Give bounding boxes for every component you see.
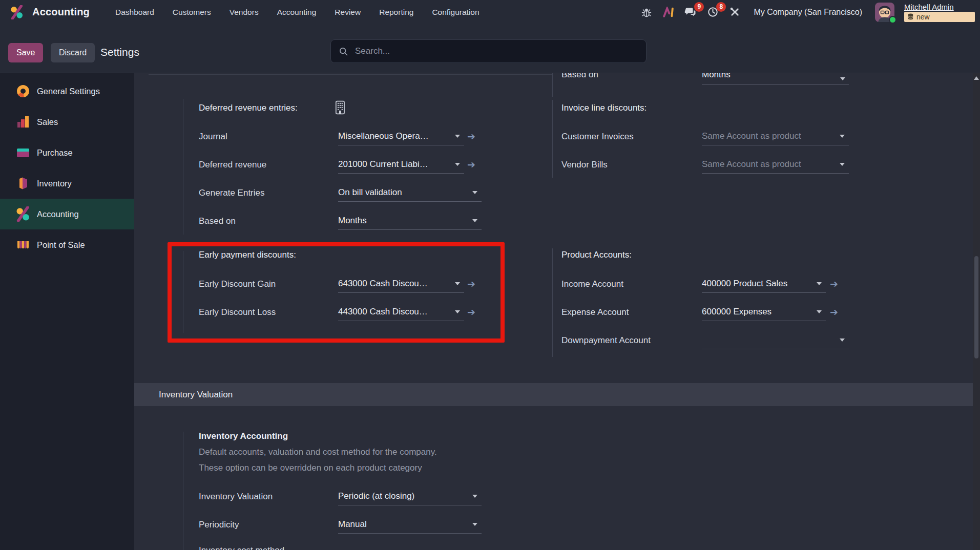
scrollbar-track[interactable] <box>973 73 980 550</box>
chevron-down-icon[interactable] <box>472 495 477 498</box>
menu-configuration[interactable]: Configuration <box>432 8 479 17</box>
inventory-accounting-desc-1: Default accounts, valuation and cost met… <box>199 446 437 458</box>
user-menu[interactable]: Mitchell Admin new <box>904 3 975 22</box>
product-accounts-heading: Product Accounts: <box>561 249 632 261</box>
sidebar-item-label: Point of Sale <box>37 240 85 250</box>
field-label: Vendor Bills <box>561 159 608 171</box>
online-status-dot <box>889 16 896 24</box>
field-label: Income Account <box>561 278 623 290</box>
chevron-down-icon[interactable] <box>817 282 822 285</box>
generate-entries-row: Generate Entries On bill validation <box>134 187 973 199</box>
sidebar-item-label: Accounting <box>37 209 79 219</box>
purchase-icon <box>15 145 31 160</box>
partial-row-label: Based on <box>561 73 674 81</box>
field-label: Based on <box>199 215 236 227</box>
chevron-down-icon[interactable] <box>840 135 845 138</box>
internal-link-arrow-icon[interactable]: ➔ <box>830 278 838 290</box>
messages-icon[interactable]: 9 <box>684 6 697 18</box>
sidebar-item-label: Inventory <box>37 179 72 188</box>
menu-customers[interactable]: Customers <box>173 8 211 17</box>
menu-vendors[interactable]: Vendors <box>230 8 259 17</box>
activities-badge: 8 <box>716 2 726 12</box>
chevron-down-icon[interactable] <box>840 163 845 166</box>
company-switcher[interactable]: My Company (San Francisco) <box>754 8 862 17</box>
sidebar-item-sales[interactable]: Sales <box>0 107 134 137</box>
setting-block-border <box>183 251 183 333</box>
chevron-down-icon[interactable] <box>840 339 845 342</box>
debug-bug-icon[interactable] <box>640 6 653 18</box>
inventory-accounting-heading: Inventory Accounting <box>199 430 288 442</box>
top-nav: Accounting Dashboard Customers Vendors A… <box>0 0 980 24</box>
field-label: Periodicity <box>199 519 239 531</box>
internal-link-arrow-icon[interactable]: ➔ <box>830 306 838 319</box>
field-label: Expense Account <box>561 306 629 319</box>
menu-review[interactable]: Review <box>335 8 361 17</box>
user-name[interactable]: Mitchell Admin <box>904 3 954 11</box>
periodicity-field[interactable]: Manual <box>338 518 482 534</box>
scrollbar-thumb[interactable] <box>974 256 978 358</box>
general-settings-gear-icon <box>15 83 31 99</box>
income-account-field[interactable]: 400000 Product Sales <box>702 277 826 293</box>
inventory-accounting-desc-2: These option can be overridden on each p… <box>199 462 422 474</box>
chevron-down-icon[interactable] <box>817 310 822 313</box>
field-value: Same Account as product <box>702 130 801 142</box>
field-value: Months <box>338 215 367 227</box>
settings-sidebar: General Settings Sales Purchase Inv <box>0 73 134 550</box>
top-menu: Dashboard Customers Vendors Accounting R… <box>115 8 479 17</box>
settings-content: Based on Months Deferred revenue entries… <box>134 73 973 550</box>
downpayment-account-field[interactable] <box>702 333 849 349</box>
chevron-down-icon[interactable] <box>840 77 845 80</box>
user-avatar[interactable] <box>875 3 894 22</box>
odoo-accounting-logo-icon[interactable] <box>10 5 24 19</box>
downpayment-account-row: Downpayment Account <box>134 334 973 347</box>
app-name[interactable]: Accounting <box>32 6 90 18</box>
field-value: Manual <box>338 518 367 531</box>
sidebar-item-inventory[interactable]: Inventory <box>0 168 134 199</box>
nav-systray: 9 8 My Company (San Francisco) <box>640 3 980 22</box>
menu-dashboard[interactable]: Dashboard <box>115 8 154 17</box>
sidebar-item-general-settings[interactable]: General Settings <box>0 76 134 107</box>
setting-block-border <box>552 73 553 97</box>
customer-invoices-field[interactable]: Same Account as product <box>702 130 849 145</box>
field-value: On bill validation <box>338 186 402 199</box>
field-label: Downpayment Account <box>561 334 651 347</box>
save-button[interactable]: Save <box>8 43 43 62</box>
expense-account-row: Expense Account 600000 Expenses ➔ <box>134 306 973 319</box>
based-on-field[interactable]: Months <box>338 214 482 230</box>
vendor-bills-field[interactable]: Same Account as product <box>702 158 849 174</box>
chevron-down-icon[interactable] <box>472 523 477 526</box>
generate-entries-field[interactable]: On bill validation <box>338 186 482 202</box>
vendor-bills-row: Vendor Bills Same Account as product <box>134 159 973 171</box>
field-value: 600000 Expenses <box>702 306 772 318</box>
customer-invoices-row: Customer Invoices Same Account as produc… <box>134 131 973 143</box>
sidebar-item-accounting[interactable]: Accounting <box>0 199 134 229</box>
search-bar[interactable] <box>330 39 647 63</box>
search-input[interactable] <box>354 46 639 57</box>
chevron-down-icon[interactable] <box>472 191 477 194</box>
based-on-row: Based on Months <box>134 215 973 227</box>
sidebar-item-label: Purchase <box>37 148 73 158</box>
field-value: Same Account as product <box>702 158 801 171</box>
partial-row-value[interactable]: Months <box>702 73 820 81</box>
page-title: Settings <box>100 46 139 58</box>
invoice-discounts-heading: Invoice line discounts: <box>561 102 647 114</box>
search-icon <box>338 46 349 57</box>
accounting-percent-icon <box>15 206 31 222</box>
activities-clock-icon[interactable]: 8 <box>706 6 719 18</box>
sidebar-item-purchase[interactable]: Purchase <box>0 137 134 168</box>
chevron-down-icon[interactable] <box>472 219 477 222</box>
ai-icon[interactable] <box>662 6 675 18</box>
discard-button[interactable]: Discard <box>51 43 95 62</box>
tools-icon[interactable] <box>728 6 741 18</box>
income-account-row: Income Account 400000 Product Sales ➔ <box>134 278 973 290</box>
section-title: Inventory Valuation <box>159 383 233 406</box>
inventory-valuation-field[interactable]: Periodic (at closing) <box>338 490 482 505</box>
deferred-revenue-heading: Deferred revenue entries: <box>199 102 298 114</box>
section-header-inventory-valuation: Inventory Valuation <box>134 383 973 406</box>
scroll-up-arrow-icon[interactable] <box>974 76 979 80</box>
field-label: Inventory Valuation <box>199 491 273 503</box>
menu-reporting[interactable]: Reporting <box>379 8 413 17</box>
sidebar-item-point-of-sale[interactable]: Point of Sale <box>0 229 134 260</box>
expense-account-field[interactable]: 600000 Expenses <box>702 305 826 321</box>
menu-accounting[interactable]: Accounting <box>277 8 317 17</box>
